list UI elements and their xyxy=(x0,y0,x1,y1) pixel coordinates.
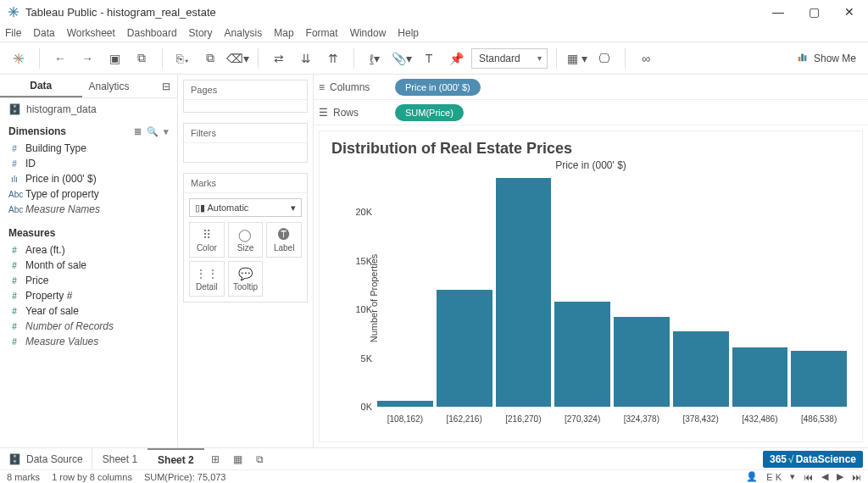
tab-analytics[interactable]: Analytics ⊟ xyxy=(82,75,178,97)
view-mode-icon[interactable]: ≣ xyxy=(134,126,142,137)
marks-size[interactable]: ◯Size xyxy=(228,222,264,258)
menu-worksheet[interactable]: Worksheet xyxy=(67,27,115,39)
menu-analysis[interactable]: Analysis xyxy=(225,27,263,39)
swap-button[interactable]: ⇄ xyxy=(267,47,291,70)
filters-shelf[interactable]: Filters xyxy=(183,123,308,163)
rows-label: Rows xyxy=(333,107,359,119)
sheet-tab-1[interactable]: Sheet 1 xyxy=(92,448,147,469)
marks-type-dropdown[interactable]: ▯▮ Automatic▾ xyxy=(189,198,302,217)
maximize-button[interactable]: ▢ xyxy=(805,5,822,19)
field-type-of-property[interactable]: AbcType of property xyxy=(3,186,174,202)
status-nav-first[interactable]: ⏮ xyxy=(804,472,813,482)
bar[interactable] xyxy=(732,347,788,407)
marks-tooltip[interactable]: 💬Tooltip xyxy=(228,261,264,297)
sort-asc-button[interactable]: ⇊ xyxy=(294,47,318,70)
presentation-button[interactable]: 🖵 xyxy=(593,47,616,70)
save-button[interactable]: ▣ xyxy=(103,47,126,70)
menu-dashboard[interactable]: Dashboard xyxy=(127,27,177,39)
chart-x-header: Price in (000' $) xyxy=(331,159,850,171)
search-icon[interactable]: 🔍 xyxy=(147,126,159,137)
bar[interactable] xyxy=(554,302,610,407)
field-building-type[interactable]: #Building Type xyxy=(3,141,174,156)
status-user-icon: 👤 xyxy=(746,471,758,482)
dimensions-menu-icon[interactable]: ▾ xyxy=(164,126,169,137)
field-id[interactable]: #ID xyxy=(3,156,174,171)
status-nav-prev[interactable]: ◀ xyxy=(821,471,828,482)
field-property-num[interactable]: #Property # xyxy=(3,288,174,303)
undo-button[interactable]: ← xyxy=(48,47,72,70)
close-button[interactable]: ✕ xyxy=(841,5,858,19)
new-worksheet-button[interactable]: ⎘▾ xyxy=(171,47,195,70)
tableau-logo-button[interactable] xyxy=(7,47,31,70)
hash-icon: # xyxy=(8,246,20,255)
menu-window[interactable]: Window xyxy=(350,27,387,39)
x-tick: [432,486) xyxy=(732,414,788,424)
menu-story[interactable]: Story xyxy=(189,27,213,39)
bar[interactable] xyxy=(791,351,847,407)
hash-icon: # xyxy=(8,261,20,270)
menu-data[interactable]: Data xyxy=(33,27,54,39)
redo-button[interactable]: → xyxy=(75,47,99,70)
bar[interactable] xyxy=(437,290,492,407)
marks-detail[interactable]: ⋮⋮Detail xyxy=(189,261,225,297)
sort-desc-button[interactable]: ⇈ xyxy=(321,47,345,70)
separator xyxy=(39,48,40,69)
showme-button[interactable]: Show Me xyxy=(792,47,861,69)
datasource-tab[interactable]: 🗄️ Data Source xyxy=(0,448,92,469)
field-price[interactable]: #Price xyxy=(3,273,174,288)
rows-pill[interactable]: SUM(Price) xyxy=(395,104,464,121)
window-title: Tableau Public - histogram_real_estate xyxy=(25,6,216,19)
status-nav-last[interactable]: ⏭ xyxy=(852,472,861,482)
pin-button[interactable]: 📌 xyxy=(444,47,468,70)
labels-button[interactable]: T xyxy=(417,47,441,70)
field-measure-names[interactable]: AbcMeasure Names xyxy=(3,202,174,217)
marks-color[interactable]: ⠿Color xyxy=(189,222,225,258)
field-number-of-records[interactable]: #Number of Records xyxy=(3,319,174,334)
data-panel: Data Analytics ⊟ 🗄️ histogram_data Dimen… xyxy=(0,75,178,447)
measures-header: Measures xyxy=(0,222,177,242)
pages-shelf[interactable]: Pages xyxy=(183,80,308,113)
title-bar: Tableau Public - histogram_real_estate —… xyxy=(0,0,868,24)
y-tick: 10K xyxy=(355,304,372,314)
bar[interactable] xyxy=(496,178,552,407)
field-price-bin[interactable]: ılıPrice in (000' $) xyxy=(3,171,174,186)
new-sheet-button[interactable]: ⊞ xyxy=(204,453,226,465)
view-cards-button[interactable]: ▦ ▾ xyxy=(565,47,589,70)
menu-format[interactable]: Format xyxy=(306,27,338,39)
group-button[interactable]: 📎▾ xyxy=(390,47,414,70)
field-year-of-sale[interactable]: #Year of sale xyxy=(3,303,174,319)
marks-empty xyxy=(266,261,302,297)
status-menu-icon[interactable]: ▾ xyxy=(790,471,795,482)
status-nav-next[interactable]: ▶ xyxy=(837,471,843,482)
tab-data[interactable]: Data xyxy=(0,75,82,97)
field-measure-values[interactable]: #Measure Values xyxy=(3,334,174,349)
rows-shelf[interactable]: ☰Rows SUM(Price) xyxy=(314,100,868,125)
share-button[interactable]: ∞ xyxy=(634,47,658,70)
marks-label[interactable]: 🅣Label xyxy=(266,222,302,258)
bar[interactable] xyxy=(673,331,729,407)
columns-shelf[interactable]: ≡Columns Price in (000' $) xyxy=(314,75,868,100)
bar[interactable] xyxy=(614,317,670,407)
sheet-tab-2[interactable]: Sheet 2 xyxy=(147,448,204,469)
new-story-button[interactable]: ⧉ xyxy=(249,453,270,465)
separator xyxy=(258,48,259,69)
columns-pill[interactable]: Price in (000' $) xyxy=(395,79,481,96)
bar[interactable] xyxy=(377,401,433,407)
menu-help[interactable]: Help xyxy=(398,27,419,39)
datasource-icon: 🗄️ xyxy=(8,103,21,115)
highlight-button[interactable]: ℓ ▾ xyxy=(363,47,387,70)
duplicate-button[interactable]: ⧉ xyxy=(198,47,222,70)
separator xyxy=(625,48,626,69)
x-ticks: [108,162)[162,216)[216,270)[270,324)[324… xyxy=(377,414,847,424)
menu-file[interactable]: File xyxy=(5,27,21,39)
minimize-button[interactable]: — xyxy=(770,5,787,19)
hash-icon: # xyxy=(8,144,20,153)
clear-button[interactable]: ⌫▾ xyxy=(225,47,249,70)
field-area[interactable]: #Area (ft.) xyxy=(3,242,174,258)
new-datasource-button[interactable]: ⧉ xyxy=(130,47,153,70)
menu-map[interactable]: Map xyxy=(274,27,293,39)
fit-dropdown[interactable]: Standard xyxy=(471,48,548,69)
field-month-of-sale[interactable]: #Month of sale xyxy=(3,258,174,273)
datasource-row[interactable]: 🗄️ histogram_data xyxy=(0,98,177,120)
new-dashboard-button[interactable]: ▦ xyxy=(226,453,249,465)
